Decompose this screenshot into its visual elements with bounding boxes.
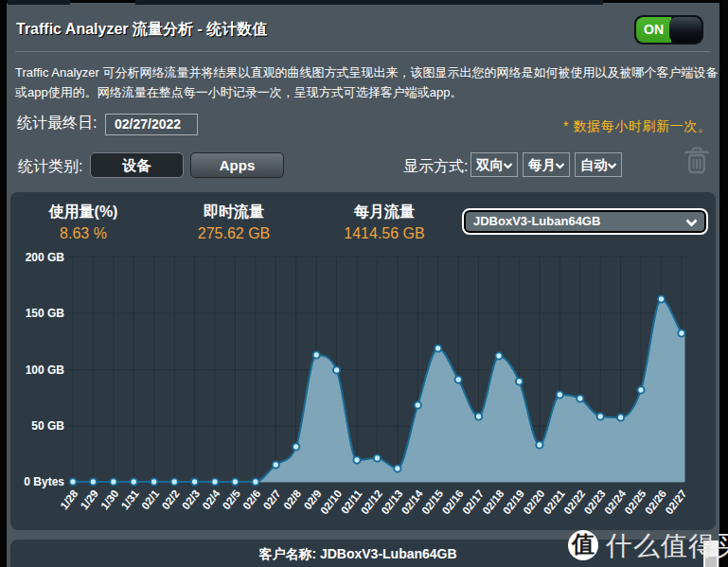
svg-text:02/6: 02/6: [240, 487, 262, 511]
svg-text:02/21: 02/21: [542, 487, 568, 517]
svg-text:02/3: 02/3: [180, 487, 202, 511]
svg-text:02/22: 02/22: [561, 487, 587, 516]
svg-text:200 GB: 200 GB: [26, 251, 65, 264]
svg-text:100 GB: 100 GB: [26, 363, 65, 377]
svg-text:150 GB: 150 GB: [26, 307, 65, 320]
svg-text:02/4: 02/4: [200, 487, 222, 512]
svg-text:02/18: 02/18: [480, 487, 506, 517]
svg-text:1/28: 1/28: [58, 487, 80, 512]
svg-text:02/1: 02/1: [139, 487, 162, 512]
svg-text:02/17: 02/17: [460, 487, 486, 516]
svg-text:50 GB: 50 GB: [31, 419, 64, 433]
svg-text:1/29: 1/29: [79, 487, 100, 511]
svg-text:02/12: 02/12: [359, 487, 384, 516]
svg-text:02/26: 02/26: [643, 487, 668, 516]
svg-text:02/19: 02/19: [501, 487, 526, 516]
svg-text:02/7: 02/7: [261, 487, 283, 511]
svg-text:1/30: 1/30: [98, 487, 120, 511]
svg-text:02/15: 02/15: [419, 487, 446, 517]
svg-text:02/8: 02/8: [281, 487, 304, 512]
svg-text:02/27: 02/27: [663, 487, 688, 516]
svg-text:02/23: 02/23: [582, 487, 608, 516]
svg-text:02/5: 02/5: [221, 487, 243, 512]
svg-text:02/13: 02/13: [379, 487, 404, 516]
svg-text:02/16: 02/16: [440, 487, 466, 516]
svg-text:02/25: 02/25: [622, 487, 648, 517]
svg-text:02/10: 02/10: [318, 487, 344, 516]
svg-text:0 Bytes: 0 Bytes: [24, 475, 64, 488]
svg-text:02/2: 02/2: [160, 487, 182, 511]
svg-text:02/20: 02/20: [521, 487, 546, 516]
svg-text:1/31: 1/31: [119, 487, 142, 512]
